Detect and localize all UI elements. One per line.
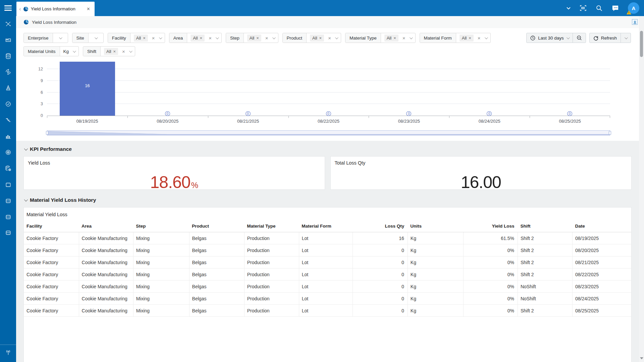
clock-icon (530, 36, 535, 41)
table-row[interactable]: Cookie FactoryCookie ManufacturingMixing… (24, 281, 631, 293)
tools-icon[interactable] (4, 20, 12, 28)
col-header[interactable]: Material Type (244, 221, 299, 232)
pie-chart-icon (23, 19, 29, 25)
chevron-down-icon[interactable] (59, 36, 62, 39)
zero-marker: 0 (165, 111, 170, 116)
workflow-steps-icon[interactable] (4, 116, 12, 124)
cone-icon[interactable] (4, 84, 12, 92)
filter-chip-all[interactable]: All× (247, 35, 261, 42)
filter-chip-all[interactable]: All× (384, 35, 398, 42)
tab-yield-loss-information[interactable]: ‹ Yield Loss Information × (16, 2, 95, 16)
clear-filter-icon[interactable]: × (328, 36, 331, 41)
vertical-scrollbar[interactable] (639, 16, 644, 362)
col-header[interactable]: Facility (24, 221, 79, 232)
filter-product: Product All× × (282, 33, 341, 43)
filter-area: Area All× × (169, 33, 222, 43)
chip-remove-icon[interactable]: × (113, 49, 116, 54)
scrollbar-down-arrow[interactable] (640, 357, 643, 359)
tab-back-icon[interactable]: ‹ (19, 6, 21, 12)
chevron-down-icon (625, 36, 628, 39)
page-title: Yield Loss Information (32, 20, 76, 25)
table-row[interactable]: Cookie FactoryCookie ManufacturingMixing… (24, 305, 631, 317)
col-header[interactable]: Material Form (299, 221, 353, 232)
chip-remove-icon[interactable]: × (200, 36, 203, 40)
chevron-down-icon[interactable] (216, 36, 219, 39)
table-row[interactable]: Cookie FactoryCookie ManufacturingMixing… (24, 244, 631, 256)
filter-label: Material Type (345, 33, 381, 43)
chevron-down-icon[interactable] (485, 36, 488, 39)
barcode-scanner-icon[interactable] (579, 4, 587, 12)
clear-filter-icon[interactable]: × (402, 36, 406, 41)
history-section-header: Material Yield Loss History (16, 192, 639, 207)
chevron-down-icon[interactable] (95, 36, 98, 39)
database-icon[interactable] (4, 52, 12, 60)
chip-remove-icon[interactable]: × (143, 36, 146, 40)
panel-two-icon[interactable] (4, 213, 12, 221)
scrollbar-thumb[interactable] (640, 31, 643, 57)
chevron-down-icon[interactable] (409, 36, 413, 39)
col-header[interactable]: Units (408, 221, 463, 232)
filter-step: Step All× × (226, 33, 278, 43)
table-row[interactable]: Cookie FactoryCookie ManufacturingMixing… (24, 232, 631, 244)
antenna-icon[interactable] (4, 349, 12, 357)
slide-panel-icon[interactable] (632, 19, 638, 25)
filter-chip-all[interactable]: All× (310, 35, 324, 42)
chevron-down-icon[interactable] (73, 49, 76, 53)
clear-filter-icon[interactable]: × (265, 36, 268, 41)
table-row[interactable]: Cookie FactoryCookie ManufacturingMixing… (24, 256, 631, 268)
sidebar-divider (0, 345, 16, 345)
clear-filter-icon[interactable]: × (122, 49, 125, 54)
chip-remove-icon[interactable]: × (256, 36, 259, 40)
bar-chart-icon[interactable] (4, 132, 12, 140)
table-row[interactable]: Cookie FactoryCookie ManufacturingMixing… (24, 293, 631, 305)
chevron-down-icon[interactable] (272, 36, 276, 39)
panel-three-icon[interactable] (4, 229, 12, 237)
filter-chip-all[interactable]: All× (460, 35, 474, 42)
clear-filter-icon[interactable]: × (478, 36, 481, 41)
chevron-down-icon[interactable] (335, 36, 338, 39)
clear-filter-icon[interactable]: × (152, 36, 155, 41)
section-title: Material Yield Loss History (30, 197, 96, 203)
chevron-down-icon[interactable] (159, 36, 162, 39)
col-header[interactable]: Shift (518, 221, 572, 232)
collapse-chevron-icon[interactable] (24, 198, 28, 201)
refresh-button[interactable]: Refresh (590, 33, 621, 43)
zero-marker: 0 (246, 111, 251, 116)
collapse-chevron-icon[interactable] (24, 147, 28, 150)
chip-remove-icon[interactable]: × (319, 36, 322, 40)
data-zoom-left-handle[interactable] (46, 131, 48, 135)
panel-one-icon[interactable] (4, 197, 12, 205)
chat-icon[interactable] (611, 5, 619, 12)
col-header[interactable]: Step (133, 221, 189, 232)
chip-remove-icon[interactable]: × (469, 36, 471, 40)
search-icon[interactable] (596, 5, 603, 12)
chip-remove-icon[interactable]: × (393, 36, 396, 40)
filter-chip-all[interactable]: All× (104, 48, 118, 55)
window-icon[interactable] (4, 181, 12, 189)
data-zoom-slider[interactable] (47, 130, 610, 135)
filter-material-type: Material Type All× × (345, 33, 416, 43)
chevron-down-icon[interactable] (129, 49, 132, 53)
filter-chip-all[interactable]: All× (191, 35, 205, 42)
filter-chip-all[interactable]: All× (134, 35, 148, 42)
data-zoom-right-handle[interactable] (609, 131, 611, 135)
col-header[interactable]: Loss Qty (353, 221, 408, 232)
table-row[interactable]: Cookie FactoryCookie ManufacturingMixing… (24, 268, 631, 281)
time-range-button[interactable]: Last 30 days (527, 33, 573, 43)
clear-filter-icon[interactable]: × (209, 36, 212, 41)
col-header[interactable]: Area (79, 221, 133, 232)
zoom-out-button[interactable] (573, 33, 586, 43)
data-view-icon[interactable] (4, 164, 12, 172)
equipment-icon[interactable] (4, 36, 12, 44)
refresh-options-button[interactable] (621, 33, 631, 43)
menu-icon[interactable] (4, 5, 12, 11)
target-icon[interactable] (4, 148, 12, 156)
chevron-down-icon[interactable] (567, 7, 571, 9)
col-header[interactable]: Product (189, 221, 244, 232)
avatar[interactable]: A (628, 2, 639, 14)
col-header[interactable]: Yield Loss (463, 221, 518, 232)
col-header[interactable]: Date (572, 221, 631, 232)
gauge-check-icon[interactable] (4, 100, 12, 108)
tab-close-icon[interactable]: × (86, 6, 91, 12)
process-sync-icon[interactable] (4, 68, 12, 76)
